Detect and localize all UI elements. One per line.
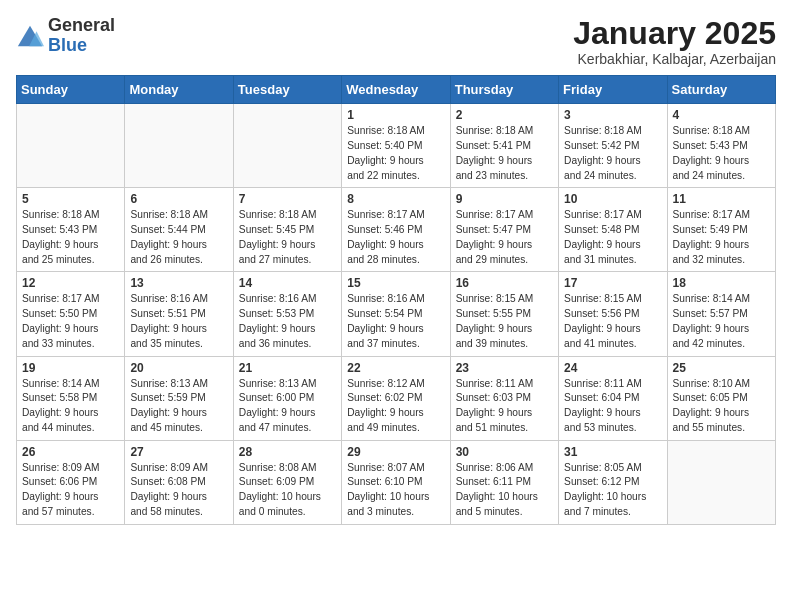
day-number: 5	[22, 192, 119, 206]
calendar-week-3: 12Sunrise: 8:17 AM Sunset: 5:50 PM Dayli…	[17, 272, 776, 356]
day-info: Sunrise: 8:07 AM Sunset: 6:10 PM Dayligh…	[347, 461, 444, 520]
day-info: Sunrise: 8:18 AM Sunset: 5:40 PM Dayligh…	[347, 124, 444, 183]
day-number: 2	[456, 108, 553, 122]
calendar-table: SundayMondayTuesdayWednesdayThursdayFrid…	[16, 75, 776, 525]
day-info: Sunrise: 8:05 AM Sunset: 6:12 PM Dayligh…	[564, 461, 661, 520]
weekday-header-friday: Friday	[559, 76, 667, 104]
calendar-cell: 31Sunrise: 8:05 AM Sunset: 6:12 PM Dayli…	[559, 440, 667, 524]
day-info: Sunrise: 8:11 AM Sunset: 6:04 PM Dayligh…	[564, 377, 661, 436]
location: Kerbakhiar, Kalbajar, Azerbaijan	[573, 51, 776, 67]
calendar-cell: 6Sunrise: 8:18 AM Sunset: 5:44 PM Daylig…	[125, 188, 233, 272]
day-info: Sunrise: 8:13 AM Sunset: 6:00 PM Dayligh…	[239, 377, 336, 436]
day-number: 22	[347, 361, 444, 375]
calendar-cell: 24Sunrise: 8:11 AM Sunset: 6:04 PM Dayli…	[559, 356, 667, 440]
day-number: 11	[673, 192, 770, 206]
day-number: 4	[673, 108, 770, 122]
calendar-cell: 23Sunrise: 8:11 AM Sunset: 6:03 PM Dayli…	[450, 356, 558, 440]
day-number: 17	[564, 276, 661, 290]
day-info: Sunrise: 8:18 AM Sunset: 5:43 PM Dayligh…	[673, 124, 770, 183]
calendar-cell: 14Sunrise: 8:16 AM Sunset: 5:53 PM Dayli…	[233, 272, 341, 356]
day-number: 8	[347, 192, 444, 206]
day-info: Sunrise: 8:14 AM Sunset: 5:57 PM Dayligh…	[673, 292, 770, 351]
day-number: 21	[239, 361, 336, 375]
calendar-cell: 13Sunrise: 8:16 AM Sunset: 5:51 PM Dayli…	[125, 272, 233, 356]
day-info: Sunrise: 8:17 AM Sunset: 5:49 PM Dayligh…	[673, 208, 770, 267]
day-info: Sunrise: 8:14 AM Sunset: 5:58 PM Dayligh…	[22, 377, 119, 436]
calendar-cell: 26Sunrise: 8:09 AM Sunset: 6:06 PM Dayli…	[17, 440, 125, 524]
logo-text: General Blue	[48, 16, 115, 56]
calendar-cell: 8Sunrise: 8:17 AM Sunset: 5:46 PM Daylig…	[342, 188, 450, 272]
calendar-cell: 3Sunrise: 8:18 AM Sunset: 5:42 PM Daylig…	[559, 104, 667, 188]
day-number: 26	[22, 445, 119, 459]
calendar-cell: 29Sunrise: 8:07 AM Sunset: 6:10 PM Dayli…	[342, 440, 450, 524]
calendar-cell: 27Sunrise: 8:09 AM Sunset: 6:08 PM Dayli…	[125, 440, 233, 524]
day-info: Sunrise: 8:13 AM Sunset: 5:59 PM Dayligh…	[130, 377, 227, 436]
day-number: 3	[564, 108, 661, 122]
day-info: Sunrise: 8:12 AM Sunset: 6:02 PM Dayligh…	[347, 377, 444, 436]
day-info: Sunrise: 8:17 AM Sunset: 5:48 PM Dayligh…	[564, 208, 661, 267]
day-info: Sunrise: 8:17 AM Sunset: 5:50 PM Dayligh…	[22, 292, 119, 351]
calendar-week-2: 5Sunrise: 8:18 AM Sunset: 5:43 PM Daylig…	[17, 188, 776, 272]
weekday-header-tuesday: Tuesday	[233, 76, 341, 104]
calendar-cell: 19Sunrise: 8:14 AM Sunset: 5:58 PM Dayli…	[17, 356, 125, 440]
calendar-cell: 5Sunrise: 8:18 AM Sunset: 5:43 PM Daylig…	[17, 188, 125, 272]
day-number: 20	[130, 361, 227, 375]
day-info: Sunrise: 8:18 AM Sunset: 5:42 PM Dayligh…	[564, 124, 661, 183]
weekday-header-row: SundayMondayTuesdayWednesdayThursdayFrid…	[17, 76, 776, 104]
weekday-header-saturday: Saturday	[667, 76, 775, 104]
logo: General Blue	[16, 16, 115, 56]
day-info: Sunrise: 8:16 AM Sunset: 5:54 PM Dayligh…	[347, 292, 444, 351]
month-title: January 2025	[573, 16, 776, 51]
calendar-cell: 20Sunrise: 8:13 AM Sunset: 5:59 PM Dayli…	[125, 356, 233, 440]
day-info: Sunrise: 8:10 AM Sunset: 6:05 PM Dayligh…	[673, 377, 770, 436]
day-info: Sunrise: 8:15 AM Sunset: 5:55 PM Dayligh…	[456, 292, 553, 351]
day-number: 13	[130, 276, 227, 290]
weekday-header-monday: Monday	[125, 76, 233, 104]
day-number: 25	[673, 361, 770, 375]
calendar-cell	[125, 104, 233, 188]
day-number: 6	[130, 192, 227, 206]
calendar-cell: 17Sunrise: 8:15 AM Sunset: 5:56 PM Dayli…	[559, 272, 667, 356]
calendar-week-4: 19Sunrise: 8:14 AM Sunset: 5:58 PM Dayli…	[17, 356, 776, 440]
calendar-header: SundayMondayTuesdayWednesdayThursdayFrid…	[17, 76, 776, 104]
day-info: Sunrise: 8:18 AM Sunset: 5:44 PM Dayligh…	[130, 208, 227, 267]
logo-blue: Blue	[48, 35, 87, 55]
day-number: 15	[347, 276, 444, 290]
day-info: Sunrise: 8:17 AM Sunset: 5:47 PM Dayligh…	[456, 208, 553, 267]
day-info: Sunrise: 8:09 AM Sunset: 6:06 PM Dayligh…	[22, 461, 119, 520]
calendar-cell: 7Sunrise: 8:18 AM Sunset: 5:45 PM Daylig…	[233, 188, 341, 272]
calendar-cell: 4Sunrise: 8:18 AM Sunset: 5:43 PM Daylig…	[667, 104, 775, 188]
day-number: 12	[22, 276, 119, 290]
day-number: 1	[347, 108, 444, 122]
day-info: Sunrise: 8:18 AM Sunset: 5:45 PM Dayligh…	[239, 208, 336, 267]
calendar-cell	[17, 104, 125, 188]
calendar-cell: 10Sunrise: 8:17 AM Sunset: 5:48 PM Dayli…	[559, 188, 667, 272]
logo-icon	[16, 22, 44, 50]
day-number: 9	[456, 192, 553, 206]
calendar-week-5: 26Sunrise: 8:09 AM Sunset: 6:06 PM Dayli…	[17, 440, 776, 524]
day-info: Sunrise: 8:17 AM Sunset: 5:46 PM Dayligh…	[347, 208, 444, 267]
weekday-header-wednesday: Wednesday	[342, 76, 450, 104]
day-number: 14	[239, 276, 336, 290]
weekday-header-thursday: Thursday	[450, 76, 558, 104]
day-info: Sunrise: 8:08 AM Sunset: 6:09 PM Dayligh…	[239, 461, 336, 520]
calendar-cell: 28Sunrise: 8:08 AM Sunset: 6:09 PM Dayli…	[233, 440, 341, 524]
day-number: 30	[456, 445, 553, 459]
day-number: 24	[564, 361, 661, 375]
calendar-cell: 25Sunrise: 8:10 AM Sunset: 6:05 PM Dayli…	[667, 356, 775, 440]
calendar-cell: 11Sunrise: 8:17 AM Sunset: 5:49 PM Dayli…	[667, 188, 775, 272]
calendar-cell: 21Sunrise: 8:13 AM Sunset: 6:00 PM Dayli…	[233, 356, 341, 440]
day-info: Sunrise: 8:09 AM Sunset: 6:08 PM Dayligh…	[130, 461, 227, 520]
day-number: 28	[239, 445, 336, 459]
page-header: General Blue January 2025 Kerbakhiar, Ka…	[16, 16, 776, 67]
day-number: 10	[564, 192, 661, 206]
calendar-week-1: 1Sunrise: 8:18 AM Sunset: 5:40 PM Daylig…	[17, 104, 776, 188]
weekday-header-sunday: Sunday	[17, 76, 125, 104]
calendar-cell	[233, 104, 341, 188]
day-number: 23	[456, 361, 553, 375]
day-number: 27	[130, 445, 227, 459]
day-info: Sunrise: 8:06 AM Sunset: 6:11 PM Dayligh…	[456, 461, 553, 520]
day-number: 19	[22, 361, 119, 375]
calendar-cell: 16Sunrise: 8:15 AM Sunset: 5:55 PM Dayli…	[450, 272, 558, 356]
calendar-cell: 30Sunrise: 8:06 AM Sunset: 6:11 PM Dayli…	[450, 440, 558, 524]
